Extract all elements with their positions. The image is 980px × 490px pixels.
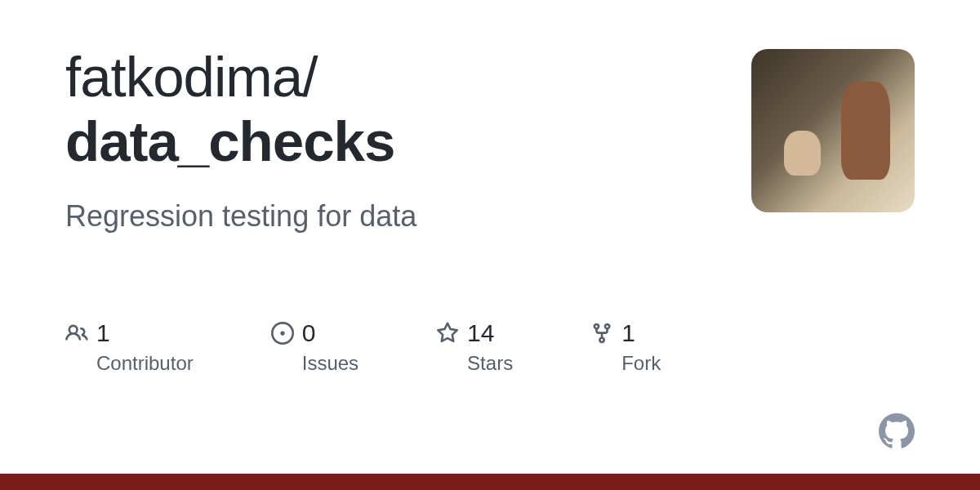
repo-description: Regression testing for data <box>65 199 751 234</box>
repo-separator: / <box>302 46 317 109</box>
stat-stars[interactable]: 14 Stars <box>436 319 513 375</box>
stars-count: 14 <box>467 319 494 347</box>
repo-name[interactable]: data_checks <box>65 109 751 174</box>
repo-owner[interactable]: fatkodima <box>65 46 302 109</box>
header-row: fatkodima/ data_checks Regression testin… <box>65 45 915 234</box>
repo-title: fatkodima/ data_checks <box>65 45 751 175</box>
stat-contributors[interactable]: 1 Contributor <box>65 319 194 375</box>
issues-count: 0 <box>302 319 316 347</box>
people-icon <box>65 322 88 345</box>
forks-label: Fork <box>621 352 661 375</box>
stat-forks[interactable]: 1 Fork <box>590 319 661 375</box>
contributors-label: Contributor <box>96 352 194 375</box>
stats-row: 1 Contributor 0 Issues 14 Stars <box>65 319 915 375</box>
accent-bar <box>0 474 980 490</box>
contributors-count: 1 <box>96 319 110 347</box>
forks-count: 1 <box>621 319 635 347</box>
stars-label: Stars <box>467 352 513 375</box>
fork-icon <box>590 322 613 345</box>
title-block: fatkodima/ data_checks Regression testin… <box>65 45 751 234</box>
social-preview-card: fatkodima/ data_checks Regression testin… <box>0 0 980 490</box>
github-logo-icon[interactable] <box>879 413 915 449</box>
stat-issues[interactable]: 0 Issues <box>271 319 359 375</box>
issue-icon <box>271 322 294 345</box>
owner-avatar[interactable] <box>751 49 915 212</box>
star-icon <box>436 322 459 345</box>
issues-label: Issues <box>302 352 359 375</box>
